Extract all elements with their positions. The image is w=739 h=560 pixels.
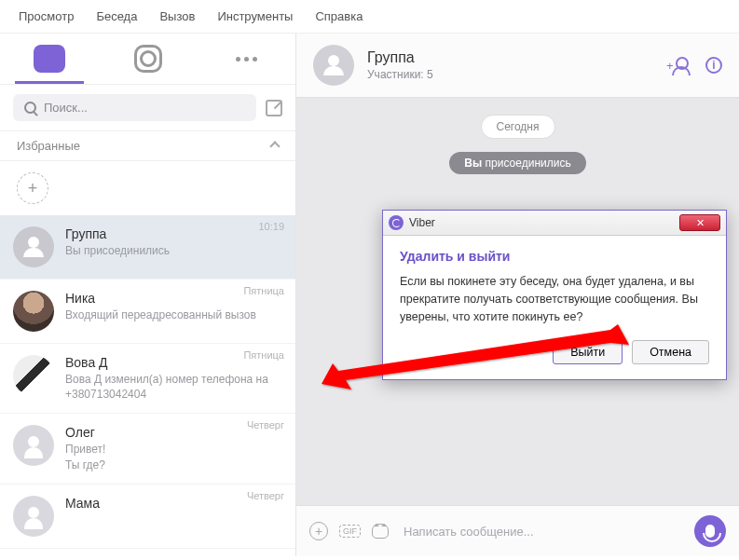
- public-account-icon: [134, 45, 162, 73]
- tab-more[interactable]: [197, 34, 295, 84]
- voice-button[interactable]: [694, 515, 726, 547]
- avatar: [13, 291, 54, 332]
- avatar: [313, 45, 354, 86]
- system-message: Вы присоединились: [449, 152, 585, 174]
- confirm-dialog: Viber ✕ Удалить и выйти Если вы покинете…: [382, 210, 727, 380]
- chat-item[interactable]: Олег Привет! Ты где? Четверг: [0, 414, 295, 484]
- composer: + GIF Написать сообщение...: [296, 505, 739, 556]
- chat-preview: Вова Д изменил(а) номер телефона на +380…: [65, 372, 282, 402]
- menu-bar: Просмотр Беседа Вызов Инструменты Справк…: [0, 0, 739, 34]
- chat-preview: Вы присоединились: [65, 243, 282, 258]
- avatar: [13, 496, 54, 537]
- attach-button[interactable]: +: [309, 522, 328, 540]
- dialog-close-button[interactable]: ✕: [679, 214, 720, 231]
- dialog-body-text: Если вы покинете эту беседу, она будет у…: [400, 273, 709, 325]
- favorites-label: Избранные: [17, 139, 80, 153]
- message-input[interactable]: Написать сообщение...: [400, 519, 683, 544]
- chat-time: Пятница: [243, 285, 284, 296]
- avatar: [13, 355, 54, 396]
- chat-time: Пятница: [243, 349, 284, 361]
- chat-list: Группа Вы присоединились 10:19 Ника Вход…: [0, 215, 295, 556]
- tab-public[interactable]: [99, 34, 198, 84]
- search-input[interactable]: Поиск...: [13, 94, 256, 121]
- chat-item[interactable]: Ника Входящий переадресованный вызов Пят…: [0, 280, 295, 344]
- conversation-title: Группа: [367, 49, 657, 66]
- more-icon: [236, 57, 257, 61]
- person-icon: [22, 434, 45, 457]
- menu-tools[interactable]: Инструменты: [217, 9, 293, 23]
- dialog-app-name: Viber: [409, 216, 674, 229]
- conversation-header: Группа Участники: 5 + i: [296, 34, 739, 98]
- chat-preview: Привет! Ты где?: [65, 442, 282, 471]
- search-icon: [24, 102, 36, 114]
- group-icon: [321, 55, 347, 75]
- chat-item[interactable]: Мама Четверг: [0, 485, 295, 549]
- info-button[interactable]: i: [705, 57, 722, 74]
- mic-icon: [705, 525, 715, 538]
- menu-chat[interactable]: Беседа: [96, 9, 137, 23]
- chat-bubble-icon: [34, 45, 65, 73]
- dialog-titlebar: Viber ✕: [383, 211, 726, 236]
- compose-button[interactable]: [266, 100, 282, 116]
- avatar: [13, 226, 54, 267]
- dialog-ok-button[interactable]: Выйти: [553, 340, 623, 364]
- group-icon: [21, 237, 47, 257]
- search-placeholder: Поиск...: [44, 101, 88, 115]
- favorites-header[interactable]: Избранные: [0, 130, 295, 161]
- sidebar: Поиск... Избранные + Группа Вы присоедин…: [0, 34, 296, 556]
- sticker-button[interactable]: [372, 524, 389, 539]
- chat-time: Четверг: [247, 419, 284, 430]
- chat-time: 10:19: [258, 221, 284, 232]
- tab-chats[interactable]: [0, 34, 99, 84]
- menu-help[interactable]: Справка: [315, 9, 363, 23]
- person-icon: [22, 505, 45, 527]
- menu-view[interactable]: Просмотр: [19, 9, 74, 23]
- chat-item[interactable]: Вова Д Вова Д изменил(а) номер телефона …: [0, 344, 295, 414]
- chat-name: Группа: [65, 226, 282, 241]
- date-pill: Сегодня: [481, 115, 555, 139]
- add-participant-button[interactable]: +: [670, 55, 691, 75]
- gif-button[interactable]: GIF: [339, 525, 361, 538]
- menu-call[interactable]: Вызов: [159, 9, 195, 23]
- chat-time: Четверг: [247, 490, 284, 501]
- chat-preview: Входящий переадресованный вызов: [65, 307, 282, 322]
- avatar: [13, 425, 54, 466]
- chevron-up-icon: [269, 141, 280, 151]
- dialog-heading: Удалить и выйти: [400, 249, 709, 264]
- conversation-subtitle: Участники: 5: [367, 68, 657, 81]
- chat-item-group[interactable]: Группа Вы присоединились 10:19: [0, 215, 295, 280]
- dialog-cancel-button[interactable]: Отмена: [632, 340, 709, 364]
- add-favorite-button[interactable]: +: [17, 172, 48, 204]
- viber-icon: [389, 215, 404, 230]
